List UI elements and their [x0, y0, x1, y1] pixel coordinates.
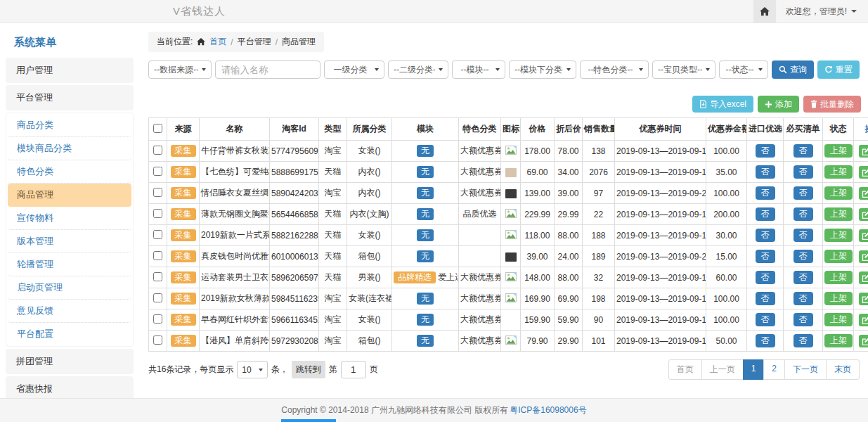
must-buy-toggle[interactable]: 否 [793, 229, 813, 242]
imported-toggle[interactable]: 否 [756, 313, 775, 326]
status-toggle[interactable]: 上架 [824, 144, 853, 158]
must-buy-toggle[interactable]: 否 [793, 250, 813, 263]
sidebar-item-模块商品分类[interactable]: 模块商品分类 [8, 137, 131, 160]
row-checkbox[interactable] [153, 335, 162, 345]
imported-toggle[interactable]: 否 [756, 292, 775, 305]
sidebar-item-用户管理[interactable]: 用户管理 [6, 58, 134, 83]
must-buy-toggle[interactable]: 否 [793, 144, 813, 158]
filter-select-8[interactable]: --状态-- [719, 60, 768, 79]
page-button-上一页[interactable]: 上一页 [701, 359, 744, 380]
status-toggle[interactable]: 上架 [824, 313, 853, 326]
row-checkbox[interactable] [153, 251, 162, 260]
imported-toggle[interactable]: 否 [756, 165, 775, 179]
edit-button[interactable] [859, 229, 868, 242]
jump-page-input[interactable] [341, 361, 366, 378]
batch-delete-button[interactable]: 批量删除 [803, 96, 861, 113]
sidebar-item-商品管理[interactable]: 商品管理 [8, 184, 131, 207]
imported-toggle[interactable]: 否 [756, 144, 775, 158]
page-size-select[interactable]: 10 [237, 361, 267, 378]
edit-button[interactable] [859, 314, 868, 326]
name-search-input[interactable] [215, 60, 320, 79]
sidebar-item-意见反馈[interactable]: 意见反馈 [8, 300, 131, 323]
page-button-1[interactable]: 1 [743, 359, 765, 380]
column-header-状态: 状态 [823, 118, 854, 141]
page-button-首页[interactable]: 首页 [668, 359, 702, 380]
reset-button[interactable]: 重置 [817, 60, 860, 79]
must-buy-toggle[interactable]: 否 [793, 292, 813, 305]
sidebar-item-轮播管理[interactable]: 轮播管理 [8, 253, 131, 276]
must-buy-toggle[interactable]: 否 [793, 313, 813, 326]
edit-button[interactable] [859, 187, 868, 200]
status-toggle[interactable]: 上架 [824, 207, 853, 221]
edit-button[interactable] [859, 293, 868, 305]
edit-button[interactable] [859, 166, 868, 179]
edit-button[interactable] [859, 145, 868, 158]
filter-select-6[interactable]: --特色分类-- [580, 60, 649, 79]
must-buy-toggle[interactable]: 否 [793, 165, 813, 179]
must-buy-toggle[interactable]: 否 [793, 334, 813, 347]
jump-button[interactable]: 跳转到 [292, 361, 325, 378]
status-toggle[interactable]: 上架 [824, 186, 853, 200]
coupon-time: 2019-09-13—2019-09-18 [616, 336, 706, 346]
imported-toggle[interactable]: 否 [756, 207, 775, 221]
row-checkbox[interactable] [153, 230, 162, 239]
coupon-amount-cell: 15.00 [706, 246, 747, 267]
price: 79.90 [526, 336, 548, 346]
sidebar-item-平台配置[interactable]: 平台配置 [8, 323, 131, 345]
row-checkbox[interactable] [153, 209, 162, 218]
row-checkbox[interactable] [153, 272, 162, 281]
imported-toggle[interactable]: 否 [756, 186, 775, 200]
must-buy-toggle[interactable]: 否 [793, 186, 813, 200]
page-button-末页[interactable]: 末页 [826, 359, 860, 380]
edit-button[interactable] [859, 335, 868, 347]
source-badge: 采集 [171, 271, 196, 283]
row-checkbox[interactable] [153, 146, 162, 155]
sidebar-item-宣传物料[interactable]: 宣传物料 [8, 207, 131, 230]
filter-select-3[interactable]: --二级分类-- [388, 60, 448, 79]
filter-select-7[interactable]: --宝贝类型-- [652, 60, 715, 79]
filter-select-5[interactable]: --模块下分类-- [509, 60, 576, 79]
sidebar-item-平台管理[interactable]: 平台管理 [6, 85, 134, 110]
page-button-2[interactable]: 2 [763, 359, 785, 380]
row-checkbox[interactable] [153, 314, 162, 324]
must-buy-toggle[interactable]: 否 [793, 207, 813, 221]
edit-button[interactable] [859, 208, 868, 221]
home-icon [197, 38, 205, 46]
status-toggle[interactable]: 上架 [824, 165, 853, 179]
import-excel-button[interactable]: 导入excel [692, 96, 753, 113]
product-type: 淘宝 [325, 146, 342, 155]
select-all-checkbox[interactable] [153, 124, 162, 133]
edit-button[interactable] [859, 271, 868, 284]
sidebar-item-启动页管理[interactable]: 启动页管理 [8, 276, 131, 300]
filter-select-4[interactable]: --模块-- [452, 60, 505, 79]
imported-toggle[interactable]: 否 [756, 229, 775, 242]
status-toggle[interactable]: 上架 [824, 271, 853, 284]
sidebar-item-商品分类[interactable]: 商品分类 [8, 114, 131, 137]
pager: 首页上一页12下一页末页 [668, 359, 860, 380]
edit-button[interactable] [859, 250, 868, 263]
breadcrumb-home-link[interactable]: 首页 [209, 36, 226, 48]
must-buy-toggle[interactable]: 否 [793, 271, 813, 284]
sidebar-item-拼团管理[interactable]: 拼团管理 [6, 349, 134, 374]
status-toggle[interactable]: 上架 [824, 250, 853, 263]
sidebar-item-特色分类[interactable]: 特色分类 [8, 160, 131, 184]
filter-select-0[interactable]: --数据来源-- [148, 60, 212, 79]
add-button[interactable]: 添加 [758, 96, 799, 113]
row-checkbox[interactable] [153, 293, 162, 302]
row-checkbox[interactable] [153, 188, 162, 197]
page-button-下一页[interactable]: 下一页 [784, 359, 827, 380]
imported-toggle[interactable]: 否 [756, 334, 775, 347]
home-button[interactable] [753, 0, 776, 23]
icp-link[interactable]: 粤ICP备16098006号 [510, 404, 586, 416]
imported-toggle[interactable]: 否 [756, 250, 775, 263]
filter-select-2[interactable]: 一级分类 [324, 60, 384, 79]
status-toggle[interactable]: 上架 [824, 292, 853, 305]
row-checkbox[interactable] [153, 167, 162, 176]
user-menu[interactable]: 欢迎您，管理员! [776, 6, 868, 18]
search-button[interactable]: 查询 [772, 60, 814, 79]
status-toggle[interactable]: 上架 [824, 334, 853, 347]
status-toggle[interactable]: 上架 [824, 229, 853, 242]
imported-toggle[interactable]: 否 [756, 271, 775, 284]
column-header-价格: 价格 [521, 118, 555, 141]
sidebar-item-版本管理[interactable]: 版本管理 [8, 230, 131, 253]
